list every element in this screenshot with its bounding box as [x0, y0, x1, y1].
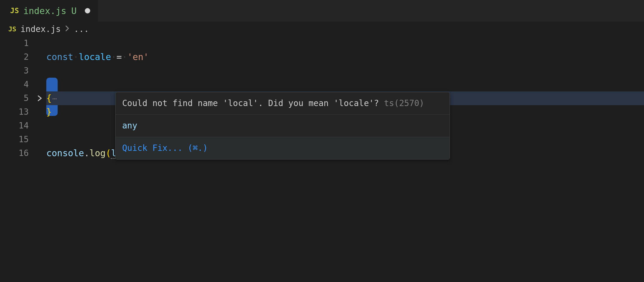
- diagnostic-hover: Could not find name 'local'. Did you mea…: [115, 92, 450, 160]
- identifier: locale: [79, 52, 111, 62]
- js-file-icon: JS: [10, 7, 19, 15]
- code-editor[interactable]: 1 2 const·locale·=·'en' 3 4 5 {⋯ 13 } 14: [0, 36, 644, 160]
- js-file-icon: JS: [8, 25, 16, 33]
- type-signature: any: [122, 121, 137, 131]
- method: log: [90, 148, 106, 158]
- chevron-right-icon: [65, 24, 70, 34]
- string-literal: 'en': [127, 52, 149, 62]
- breadcrumb[interactable]: JS index.js ...: [0, 22, 644, 36]
- tab-filename: index.js: [23, 6, 67, 16]
- fold-toggle[interactable]: [33, 94, 46, 102]
- line-number: 1: [0, 36, 33, 50]
- keyword: const: [46, 52, 73, 62]
- code-line[interactable]: 3: [0, 64, 644, 78]
- brace: }: [46, 107, 52, 117]
- line-number: 3: [0, 64, 33, 78]
- tab-git-status: U: [71, 6, 76, 16]
- fold-ellipsis-icon[interactable]: ⋯: [52, 94, 57, 103]
- line-number: 13: [0, 105, 33, 119]
- quick-fix-link[interactable]: Quick Fix... (⌘.): [122, 143, 208, 153]
- type-signature-row: any: [116, 115, 450, 137]
- brace: {: [46, 93, 52, 103]
- breadcrumb-filename: index.js: [21, 24, 61, 34]
- editor-tab[interactable]: JS index.js U: [0, 0, 98, 22]
- line-number: 5: [0, 91, 33, 105]
- code-line[interactable]: 1: [0, 36, 644, 50]
- code-line[interactable]: 2 const·locale·=·'en': [0, 50, 644, 64]
- line-number: 2: [0, 50, 33, 64]
- line-number: 4: [0, 78, 33, 91]
- line-number: 14: [0, 119, 33, 133]
- diagnostic-message-row: Could not find name 'local'. Did you mea…: [116, 92, 450, 115]
- line-number: 16: [0, 146, 33, 160]
- breadcrumb-ellipsis: ...: [74, 24, 89, 34]
- diagnostic-message: Could not find name 'local'. Did you mea…: [122, 98, 379, 108]
- identifier: console: [46, 148, 84, 158]
- tab-bar: JS index.js U: [0, 0, 644, 22]
- code-line[interactable]: 4: [0, 78, 644, 91]
- quick-fix-row[interactable]: Quick Fix... (⌘.): [116, 137, 450, 159]
- line-number: 15: [0, 133, 33, 146]
- diagnostic-code-value: ts(2570): [384, 98, 424, 108]
- unsaved-dot-icon: [85, 8, 90, 13]
